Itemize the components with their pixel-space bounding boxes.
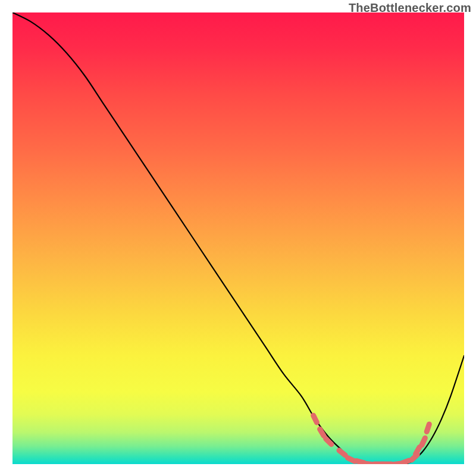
chart-marker <box>314 415 317 422</box>
chart-marker <box>347 458 355 462</box>
chart-marker <box>393 464 400 464</box>
chart-marker <box>427 424 429 431</box>
chart-marker <box>320 429 324 436</box>
chart-marker <box>422 438 425 445</box>
chart-svg <box>12 12 464 464</box>
chart-marker <box>339 450 345 455</box>
chart-marker <box>416 447 419 454</box>
chart-marker <box>402 461 409 464</box>
chart-container <box>12 12 464 464</box>
watermark-text: TheBottlenecker.com <box>349 1 471 15</box>
chart-marker <box>356 461 364 463</box>
chart-background <box>12 12 464 464</box>
